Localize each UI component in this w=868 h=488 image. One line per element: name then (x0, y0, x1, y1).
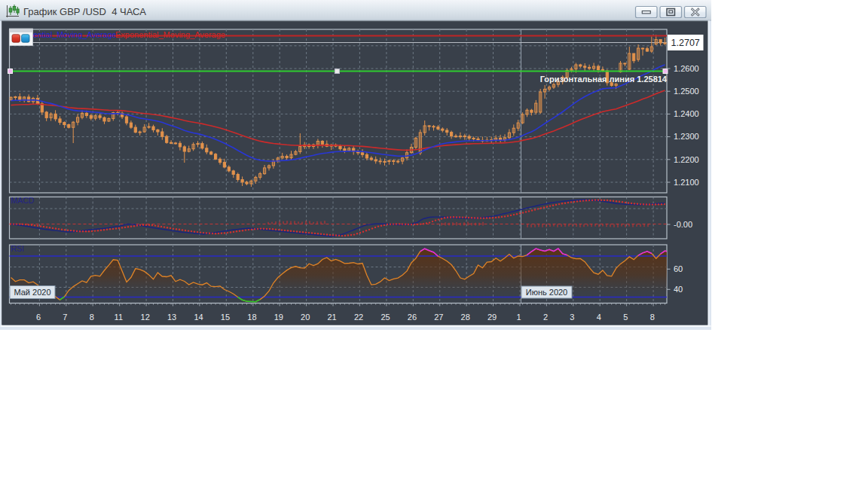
svg-text:1: 1 (517, 313, 521, 322)
svg-text:3: 3 (570, 313, 574, 322)
svg-text:29: 29 (487, 313, 497, 322)
svg-text:14: 14 (194, 313, 203, 322)
svg-text:1.2600: 1.2600 (674, 64, 699, 73)
svg-text:Май 2020: Май 2020 (14, 288, 50, 297)
svg-text:26: 26 (408, 313, 417, 322)
svg-text:Горизонтальная линия 1.25814: Горизонтальная линия 1.25814 (540, 75, 668, 84)
svg-text:Exponential_Moving_Average: Exponential_Moving_Average (115, 30, 225, 39)
svg-text:1.2200: 1.2200 (674, 155, 699, 164)
svg-text:4: 4 (597, 313, 601, 322)
svg-text:25: 25 (381, 313, 390, 322)
svg-text:15: 15 (221, 313, 230, 322)
svg-text:RSI: RSI (11, 244, 25, 253)
svg-text:40: 40 (674, 285, 683, 294)
svg-text:1.2100: 1.2100 (674, 178, 699, 187)
svg-text:19: 19 (274, 313, 283, 322)
svg-text:7: 7 (63, 313, 67, 322)
svg-text:22: 22 (354, 313, 363, 322)
svg-text:27: 27 (434, 313, 443, 322)
svg-text:18: 18 (247, 313, 256, 322)
svg-text:28: 28 (461, 313, 470, 322)
svg-text:1.2400: 1.2400 (674, 109, 699, 118)
svg-text:1.2707: 1.2707 (671, 38, 700, 48)
svg-text:20: 20 (301, 313, 310, 322)
svg-text:8: 8 (90, 313, 94, 322)
svg-text:6: 6 (36, 313, 41, 322)
svg-text:Июнь 2020: Июнь 2020 (526, 288, 568, 297)
svg-text:11: 11 (115, 313, 123, 322)
svg-text:1.2300: 1.2300 (674, 132, 699, 141)
svg-text:8: 8 (650, 313, 655, 322)
svg-text:ential_Moving_Average: ential_Moving_Average (33, 30, 117, 39)
svg-text:MACD: MACD (11, 196, 35, 205)
svg-text:1.2500: 1.2500 (674, 87, 699, 96)
svg-text:5: 5 (623, 313, 628, 322)
svg-text:-0.00: -0.00 (674, 220, 692, 229)
svg-text:21: 21 (327, 313, 336, 322)
svg-text:2: 2 (543, 313, 548, 322)
svg-text:13: 13 (167, 313, 176, 322)
svg-text:12: 12 (141, 313, 150, 322)
svg-text:60: 60 (674, 264, 683, 273)
svg-text:График GBP /USD 4 ЧАСА: График GBP /USD 4 ЧАСА (23, 6, 146, 17)
